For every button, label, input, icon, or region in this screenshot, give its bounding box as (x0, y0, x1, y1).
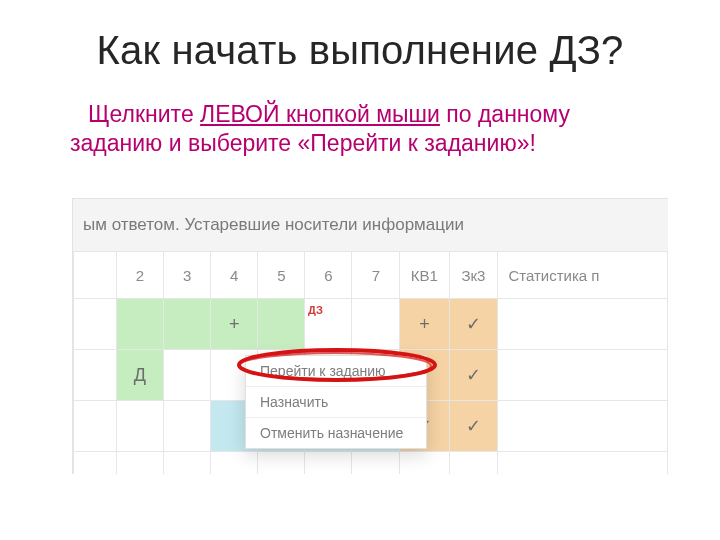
cell[interactable] (498, 299, 668, 350)
table-row: + + ✓ (74, 299, 668, 350)
panel-banner: ым ответом. Устаревшие носители информац… (73, 199, 668, 251)
cell[interactable] (258, 299, 305, 350)
col-stat[interactable]: Статистика п (498, 252, 668, 299)
cell[interactable] (352, 299, 400, 350)
cell[interactable]: ✓ (449, 350, 498, 401)
col-5[interactable]: 5 (258, 252, 305, 299)
col-4[interactable]: 4 (211, 252, 258, 299)
cell[interactable] (164, 401, 211, 452)
cell[interactable] (116, 299, 164, 350)
cell[interactable] (116, 401, 164, 452)
cell[interactable]: + (400, 299, 449, 350)
menu-item-assign[interactable]: Назначить (246, 386, 426, 417)
menu-item-cancel[interactable]: Отменить назначение (246, 417, 426, 448)
context-menu: Перейти к заданию Назначить Отменить наз… (245, 355, 427, 449)
instruction-text: Щелкните ЛЕВОЙ кнопкой мыши по данному з… (70, 100, 640, 158)
cell[interactable] (305, 299, 352, 350)
col-3[interactable]: 3 (164, 252, 211, 299)
col-7[interactable]: 7 (352, 252, 400, 299)
col-2[interactable]: 2 (116, 252, 164, 299)
instruction-underlined: ЛЕВОЙ кнопкой мыши (200, 101, 440, 127)
table-row (74, 452, 668, 475)
col-6[interactable]: 6 (305, 252, 352, 299)
cell[interactable] (498, 350, 668, 401)
cell[interactable] (164, 299, 211, 350)
cell[interactable]: ✓ (449, 299, 498, 350)
table-header-row: 2 3 4 5 6 7 КВ1 Зк3 Статистика п (74, 252, 668, 299)
cell[interactable] (164, 350, 211, 401)
col-zk3[interactable]: Зк3 (449, 252, 498, 299)
instruction-part1: Щелкните (88, 101, 200, 127)
menu-item-goto[interactable]: Перейти к заданию (246, 356, 426, 386)
cell[interactable]: + (211, 299, 258, 350)
cell[interactable]: Д (116, 350, 164, 401)
col-kv1[interactable]: КВ1 (400, 252, 449, 299)
cell[interactable]: ✓ (449, 401, 498, 452)
slide-title: Как начать выполнение ДЗ? (0, 28, 720, 73)
cell[interactable] (498, 401, 668, 452)
slide: Как начать выполнение ДЗ? Щелкните ЛЕВОЙ… (0, 0, 720, 540)
